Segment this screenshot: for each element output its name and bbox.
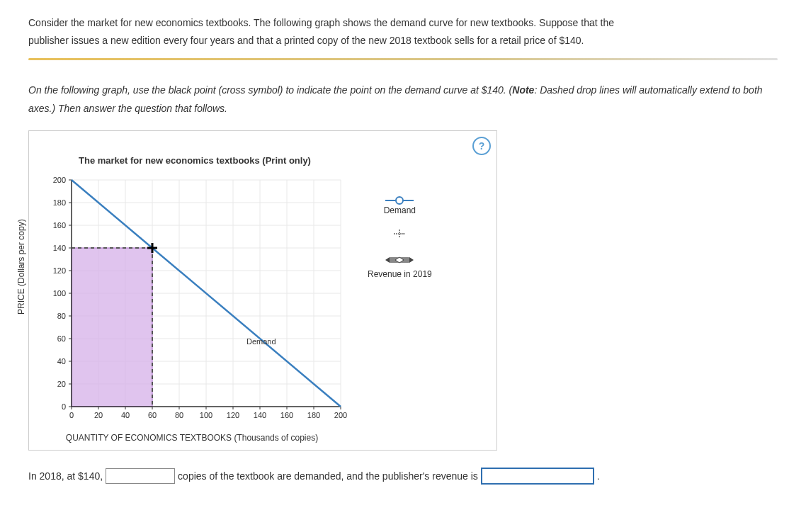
svg-text:200: 200 [53, 176, 66, 184]
answer-middle: copies of the textbook are demanded, and… [178, 470, 478, 482]
copies-input[interactable] [106, 468, 175, 484]
legend-revenue[interactable]: Revenue in 2019 [368, 255, 432, 279]
svg-text:60: 60 [148, 411, 157, 419]
svg-text:Demand: Demand [246, 337, 276, 346]
answer-prefix: In 2018, at $140, [28, 470, 103, 482]
legend-point-tool[interactable] [368, 228, 432, 242]
svg-text:20: 20 [57, 380, 66, 388]
help-icon: ? [479, 140, 485, 152]
legend-demand-label: Demand [368, 205, 432, 215]
intro-line1: Consider the market for new economics te… [28, 17, 614, 28]
svg-text:0: 0 [62, 402, 66, 411]
legend-demand[interactable]: Demand [368, 200, 432, 215]
x-axis-label: QUANTITY OF ECONOMICS TEXTBOOKS (Thousan… [36, 433, 348, 443]
graph-panel: ? The market for new economics textbooks… [28, 130, 497, 451]
divider [28, 58, 778, 60]
svg-text:120: 120 [53, 266, 66, 275]
cross-icon [368, 228, 432, 242]
svg-text:140: 140 [254, 411, 266, 419]
svg-marker-77 [385, 257, 390, 263]
answer-sentence: In 2018, at $140, copies of the textbook… [28, 468, 778, 485]
svg-marker-79 [409, 257, 414, 263]
help-button[interactable]: ? [472, 137, 491, 155]
answer-suffix: . [597, 470, 600, 482]
svg-text:160: 160 [53, 221, 66, 230]
y-axis-label: PRICE (Dollars per copy) [16, 219, 26, 315]
revenue-input[interactable] [481, 468, 594, 485]
line-marker-icon [385, 200, 414, 201]
svg-text:100: 100 [53, 289, 66, 298]
svg-text:80: 80 [57, 312, 66, 320]
svg-text:40: 40 [121, 411, 130, 419]
region-handle-icon [385, 255, 414, 265]
svg-text:200: 200 [334, 411, 347, 419]
svg-text:180: 180 [53, 198, 66, 207]
svg-text:80: 80 [175, 411, 183, 419]
svg-text:0: 0 [69, 411, 74, 419]
chart-area[interactable]: PRICE (Dollars per copy) 020406080100120… [36, 173, 348, 443]
intro-paragraph: Consider the market for new economics te… [28, 14, 778, 50]
instr-note: Note [512, 84, 534, 96]
chart-title: The market for new economics textbooks (… [36, 138, 489, 173]
svg-text:180: 180 [307, 411, 320, 419]
svg-text:60: 60 [57, 334, 66, 343]
svg-rect-22 [72, 248, 152, 407]
legend-revenue-label: Revenue in 2019 [368, 269, 432, 279]
graph-instructions: On the following graph, use the black po… [28, 81, 778, 117]
svg-text:40: 40 [57, 357, 66, 366]
chart-svg[interactable]: 0204060801001201401601802000204060801001… [36, 173, 348, 428]
svg-text:160: 160 [280, 411, 293, 419]
svg-text:140: 140 [53, 244, 66, 252]
intro-line2: publisher issues a new edition every fou… [28, 35, 584, 46]
svg-text:120: 120 [227, 411, 239, 419]
svg-text:100: 100 [200, 411, 212, 419]
svg-text:20: 20 [94, 411, 103, 419]
legend: Demand Revenue in 2019 [368, 173, 432, 292]
instr-pre: On the following graph, use the black po… [28, 84, 512, 96]
